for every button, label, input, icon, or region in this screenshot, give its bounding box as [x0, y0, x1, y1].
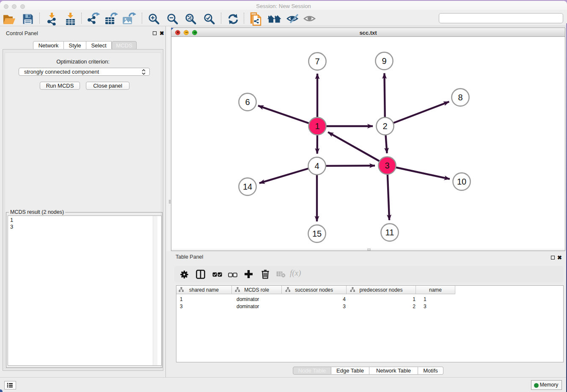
- svg-text:2: 2: [383, 121, 387, 131]
- svg-text:4: 4: [314, 161, 319, 171]
- svg-text:9: 9: [382, 56, 386, 66]
- svg-text:14: 14: [243, 182, 252, 191]
- svg-text:7: 7: [315, 57, 319, 66]
- svg-text:1: 1: [315, 121, 319, 131]
- svg-text:15: 15: [312, 229, 322, 238]
- svg-text:10: 10: [457, 177, 466, 186]
- svg-text:3: 3: [385, 161, 389, 170]
- svg-text:8: 8: [458, 93, 462, 102]
- svg-text:6: 6: [245, 97, 250, 107]
- svg-text:11: 11: [385, 228, 394, 237]
